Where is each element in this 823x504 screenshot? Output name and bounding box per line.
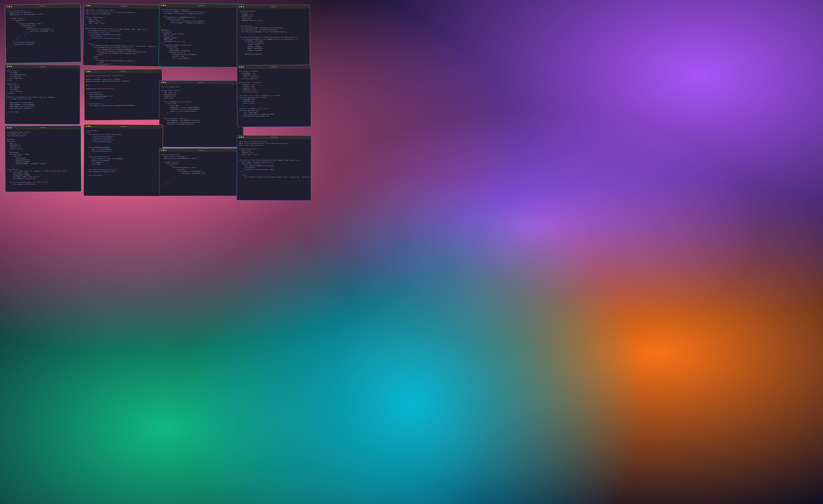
maximize-button-3[interactable] — [165, 5, 166, 6]
close-button-3[interactable] — [161, 5, 162, 6]
code-content-7: const std = @import("std"); pub const Th… — [161, 86, 241, 129]
card-title-10: CodeFrame — [120, 125, 127, 127]
titlebar-7: CodeFrame — [159, 81, 243, 84]
traffic-lights-12 — [239, 137, 244, 138]
code-content-6: @interface CodeFrameViewController : UIV… — [86, 74, 160, 108]
titlebar-3: CodeFrame — [159, 3, 243, 8]
code-body-10: class CodeFrame { public: CodeFrame(std:… — [84, 128, 163, 196]
minimize-button-3[interactable] — [163, 5, 164, 6]
code-card-1: CodeFrame struct ContentView: View { @St… — [5, 4, 81, 63]
minimize-button-8[interactable] — [241, 66, 242, 68]
code-body-8: data CodeTheme = CodeTheme { themeName :… — [237, 68, 311, 127]
minimize-button-12[interactable] — [241, 137, 242, 138]
code-card-12: CodeFrame import React, { useState } fro… — [237, 136, 311, 200]
close-button-8[interactable] — [239, 66, 240, 68]
traffic-lights-4 — [239, 6, 244, 7]
card-title-11: CodeFrame — [198, 150, 205, 151]
card-border-12: CodeFrame import React, { useState } fro… — [236, 135, 311, 201]
close-button-4[interactable] — [239, 6, 240, 7]
code-content-3: class CodeFrameViewModel : ViewModel() {… — [160, 9, 241, 67]
minimize-button-2[interactable] — [88, 5, 89, 6]
titlebar-10: CodeFrame — [84, 124, 163, 129]
code-body-6: @interface CodeFrameViewController : UIV… — [84, 73, 162, 120]
code-body-5: typedef struct { char* name; char* backg… — [5, 68, 80, 124]
card-border-8: CodeFrame data CodeTheme = CodeTheme { t… — [237, 65, 311, 127]
minimize-button-7[interactable] — [163, 82, 164, 83]
card-border-1: CodeFrame struct ContentView: View { @St… — [5, 3, 81, 63]
close-button-12[interactable] — [239, 137, 240, 138]
code-content-1: struct ContentView: View { @State privat… — [7, 9, 79, 49]
code-card-2: CodeFrame import React, { useState } fro… — [83, 4, 164, 66]
code-card-9: CodeFrame from dataclasses import datacl… — [5, 125, 81, 192]
card-title-8: CodeFrame — [270, 66, 277, 68]
code-content-9: from dataclasses import dataclass from d… — [7, 131, 79, 185]
card-border-6: CodeFrame @interface CodeFrameViewContro… — [84, 69, 163, 120]
traffic-lights-8 — [239, 66, 244, 68]
minimize-button-1[interactable] — [9, 6, 10, 7]
close-button-5[interactable] — [7, 66, 8, 67]
code-content-4: case class CodeSnippet( id: UUID, langua… — [239, 10, 308, 59]
code-content-11: struct ContentView: View { @State privat… — [161, 154, 241, 187]
code-body-4: case class CodeSnippet( id: UUID, langua… — [237, 9, 310, 65]
card-title-4: CodeFrame — [270, 6, 277, 8]
close-button-7[interactable] — [161, 82, 162, 83]
titlebar-5: CodeFrame — [5, 65, 80, 69]
code-card-7: CodeFrame const std = @import("std"); pu… — [159, 81, 243, 147]
close-button-6[interactable] — [86, 71, 87, 72]
card-border-11: CodeFrame struct ContentView: View { @St… — [159, 148, 243, 196]
close-button-10[interactable] — [86, 125, 87, 127]
traffic-lights-7 — [161, 82, 166, 83]
code-content-5: typedef struct { char* name; char* backg… — [7, 70, 78, 115]
maximize-button-11[interactable] — [165, 150, 166, 151]
maximize-button-4[interactable] — [243, 6, 244, 7]
card-title-3: CodeFrame — [198, 5, 205, 6]
maximize-button-12[interactable] — [243, 137, 244, 138]
code-card-4: CodeFrame case class CodeSnippet( id: UU… — [237, 5, 310, 65]
maximize-button-8[interactable] — [243, 66, 244, 68]
minimize-button-5[interactable] — [9, 66, 10, 67]
minimize-button-9[interactable] — [9, 127, 10, 129]
card-border-5: CodeFrame typedef struct { char* name; c… — [5, 64, 80, 125]
card-border-3: CodeFrame class CodeFrameViewModel : Vie… — [158, 3, 243, 68]
close-button-9[interactable] — [7, 127, 8, 129]
maximize-button-10[interactable] — [90, 125, 91, 127]
maximize-button-9[interactable] — [11, 127, 12, 129]
code-body-3: class CodeFrameViewModel : ViewModel() {… — [159, 7, 243, 67]
code-card-6: CodeFrame @interface CodeFrameViewContro… — [84, 69, 162, 120]
minimize-button-6[interactable] — [88, 71, 89, 72]
close-button-2[interactable] — [86, 5, 87, 6]
code-body-9: from dataclasses import dataclass from d… — [5, 129, 81, 192]
titlebar-4: CodeFrame — [237, 5, 310, 9]
card-title-9: CodeFrame — [39, 127, 46, 129]
titlebar-9: CodeFrame — [5, 125, 81, 130]
minimize-button-4[interactable] — [241, 6, 242, 7]
code-body-11: struct ContentView: View { @State privat… — [159, 152, 243, 196]
close-button-1[interactable] — [7, 6, 8, 7]
card-title-5: CodeFrame — [39, 66, 46, 67]
minimize-button-10[interactable] — [88, 125, 89, 127]
maximize-button-5[interactable] — [11, 66, 12, 67]
code-card-10: CodeFrame class CodeFrame { public: Code… — [84, 124, 163, 196]
card-title-7: CodeFrame — [198, 82, 205, 83]
titlebar-8: CodeFrame — [237, 65, 311, 69]
titlebar-6: CodeFrame — [84, 69, 162, 73]
minimize-button-11[interactable] — [163, 150, 164, 151]
card-border-2: CodeFrame import React, { useState } fro… — [83, 3, 164, 67]
traffic-lights-1 — [7, 6, 12, 7]
maximize-button-7[interactable] — [165, 82, 166, 83]
card-title-12: CodeFrame — [271, 137, 278, 138]
maximize-button-6[interactable] — [90, 71, 91, 72]
code-card-3: CodeFrame class CodeFrameViewModel : Vie… — [159, 3, 243, 67]
code-body-7: const std = @import("std"); pub const Th… — [159, 84, 243, 147]
maximize-button-2[interactable] — [90, 5, 91, 6]
code-card-5: CodeFrame typedef struct { char* name; c… — [5, 65, 80, 124]
card-title-2: CodeFrame — [121, 5, 128, 7]
titlebar-12: CodeFrame — [237, 136, 311, 139]
traffic-lights-5 — [7, 66, 12, 67]
close-button-11[interactable] — [161, 150, 162, 151]
code-body-12: import React, { useState } from 'react';… — [237, 139, 311, 200]
maximize-button-1[interactable] — [11, 6, 12, 7]
card-border-7: CodeFrame const std = @import("std"); pu… — [159, 80, 243, 148]
traffic-lights-6 — [86, 71, 91, 72]
code-card-8: CodeFrame data CodeTheme = CodeTheme { t… — [237, 65, 311, 127]
